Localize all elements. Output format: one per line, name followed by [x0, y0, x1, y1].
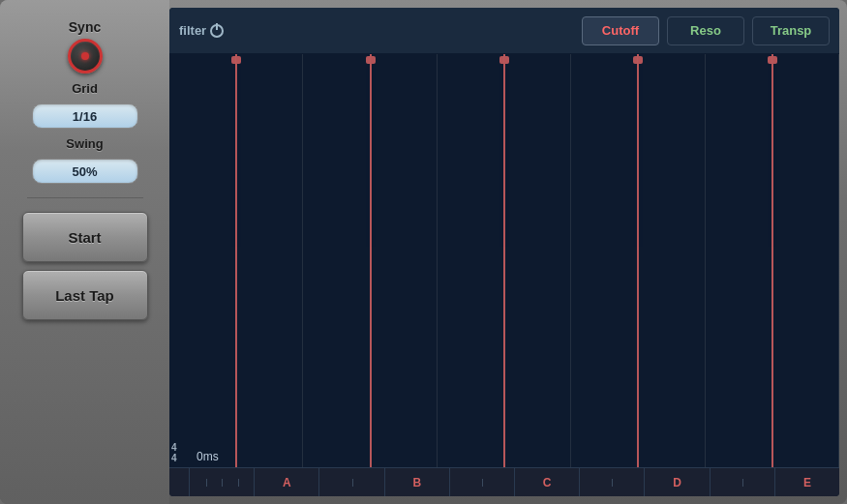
seq-bar-3[interactable] [637, 54, 639, 467]
grid-label: Grid [72, 81, 98, 96]
grid-value: 1/16 [73, 109, 97, 124]
sync-section: Sync [68, 19, 103, 74]
grid-value-display[interactable]: 1/16 [32, 104, 138, 129]
last-tap-button[interactable]: Last Tap [22, 270, 148, 320]
timeline-bar: A B C [169, 467, 839, 496]
timeline-segment-c1 [449, 468, 514, 497]
sync-knob[interactable] [68, 39, 103, 74]
seq-bar-handle-0[interactable] [231, 56, 241, 64]
divider-1 [27, 197, 143, 198]
start-button[interactable]: Start [22, 212, 148, 262]
swing-value-display[interactable]: 50% [32, 159, 138, 184]
swing-label: Swing [66, 136, 103, 151]
seq-bar-wrapper-2 [438, 54, 571, 467]
timeline-beat-b: B [412, 476, 421, 489]
seq-bar-2[interactable] [503, 54, 505, 467]
timeline-beat-e-label-seg: E [774, 468, 839, 497]
start-button-label: Start [68, 229, 101, 246]
timeline-beat-b-label-seg: B [384, 468, 449, 497]
last-tap-button-label: Last Tap [55, 287, 114, 304]
timeline-segment-a [189, 468, 254, 497]
main-area: filter Cutoff Reso Transp [169, 8, 839, 496]
time-sig-top: 4 [171, 442, 177, 453]
timeline-beat-c: C [543, 476, 552, 489]
sequencer-grid[interactable]: 4 4 0ms A [169, 54, 839, 496]
swing-value: 50% [72, 164, 97, 179]
seq-bar-wrapper-0 [169, 54, 303, 467]
tab-transp[interactable]: Transp [752, 16, 830, 45]
tick-b1 [352, 479, 353, 487]
tick-a2 [222, 479, 223, 487]
sync-label: Sync [69, 19, 101, 35]
time-sig-bottom: 4 [171, 453, 177, 463]
filter-label: filter [179, 23, 257, 38]
top-bar: filter Cutoff Reso Transp [169, 8, 839, 54]
tick-d1 [612, 479, 613, 487]
seq-bar-wrapper-1 [303, 54, 437, 467]
timeline-beat-a-label-seg: A [254, 468, 318, 497]
seq-bar-wrapper-3 [571, 54, 705, 467]
timeline-beat-c-label-seg: C [514, 468, 579, 497]
seq-bars-container [169, 54, 839, 467]
tick-a1 [206, 479, 207, 487]
timeline-beat-e: E [803, 476, 811, 489]
timeline-beat-d-label-seg: D [644, 468, 709, 497]
timeline-segment-b1 [318, 468, 383, 497]
tab-cutoff-label: Cutoff [602, 23, 639, 38]
left-panel: Sync Grid 1/16 Swing 50% Start Last Tap [0, 0, 169, 504]
seq-bar-wrapper-4 [706, 54, 839, 467]
seq-bar-handle-1[interactable] [366, 56, 376, 64]
timeline-beat-a: A [283, 476, 291, 489]
tab-cutoff[interactable]: Cutoff [582, 16, 659, 45]
tick-a3 [238, 479, 239, 487]
seq-bar-4[interactable] [771, 54, 773, 467]
filter-text: filter [179, 23, 206, 38]
tick-c1 [482, 479, 483, 487]
timeline-segment-d1 [579, 468, 644, 497]
tab-reso-label: Reso [690, 23, 721, 38]
filter-power-icon[interactable] [210, 24, 224, 38]
timeline-beat-d: D [673, 476, 681, 489]
timeline-segment-e1 [710, 468, 774, 497]
seq-bar-handle-4[interactable] [768, 56, 777, 64]
tab-transp-label: Transp [771, 23, 812, 38]
seq-bar-1[interactable] [370, 54, 372, 467]
time-signature: 4 4 [171, 442, 177, 463]
seq-bar-0[interactable] [235, 54, 237, 467]
tab-reso[interactable]: Reso [667, 16, 744, 45]
timeline-segments: A B C [189, 468, 839, 497]
device-container: Sync Grid 1/16 Swing 50% Start Last Tap … [0, 0, 847, 504]
sync-knob-indicator [81, 52, 89, 60]
tick-e1 [742, 479, 743, 487]
seq-bar-handle-2[interactable] [499, 56, 509, 64]
seq-bar-handle-3[interactable] [633, 56, 643, 64]
time-display: 0ms [197, 450, 219, 463]
